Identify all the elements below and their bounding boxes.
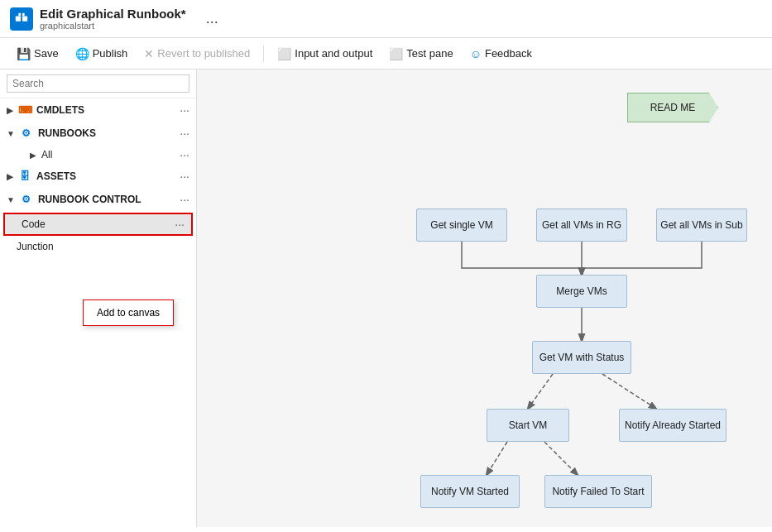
feedback-button[interactable]: ☺ Feedback — [463, 44, 539, 64]
svg-rect-1 — [22, 16, 27, 21]
save-button[interactable]: 💾 Save — [10, 44, 65, 64]
assets-more[interactable]: ··· — [180, 170, 189, 183]
page-title: Edit Graphical Runbook* — [40, 7, 186, 21]
revert-icon: ✕ — [144, 47, 154, 60]
all-more[interactable]: ··· — [180, 148, 189, 161]
sidebar-section-runbook-control: ▼ ⚙ RUNBOOK CONTROL ··· Code ··· Junctio… — [0, 188, 196, 256]
all-chevron: ▶ — [30, 151, 36, 160]
header-more-button[interactable]: ... — [206, 10, 218, 27]
runbooks-more[interactable]: ··· — [180, 127, 189, 140]
svg-rect-2 — [18, 12, 21, 16]
add-to-canvas-item[interactable]: Add to canvas — [84, 302, 173, 324]
runbooks-header[interactable]: ▼ ⚙ RUNBOOKS ··· — [0, 122, 196, 145]
runbooks-all-item[interactable]: ▶ All ··· — [0, 145, 196, 165]
assets-chevron: ▶ — [7, 172, 13, 181]
input-output-icon: ⬜ — [277, 47, 291, 60]
cmdlets-header[interactable]: ▶ ⌨ CMDLETS ··· — [0, 98, 196, 122]
merge-vms-node[interactable]: Merge VMs — [536, 275, 627, 308]
code-more[interactable]: ··· — [175, 218, 185, 231]
search-input[interactable] — [7, 74, 189, 93]
svg-rect-3 — [22, 12, 25, 16]
test-pane-button[interactable]: ⬜ Test pane — [382, 44, 459, 64]
readme-node[interactable]: READ ME — [627, 93, 718, 122]
header: Edit Graphical Runbook* graphicalstart .… — [0, 0, 772, 38]
sidebar-section-assets: ▶ 🗄 ASSETS ··· — [0, 165, 196, 188]
canvas-arrows — [197, 69, 772, 527]
feedback-icon: ☺ — [470, 47, 482, 60]
get-all-vms-sub-node[interactable]: Get all VMs in Sub — [656, 208, 747, 242]
runbook-control-label: RUNBOOK CONTROL — [38, 194, 141, 205]
save-icon: 💾 — [17, 47, 31, 60]
start-vm-node[interactable]: Start VM — [487, 409, 569, 442]
cmdlets-label: CMDLETS — [36, 104, 84, 116]
cmdlets-icon: ⌨ — [18, 103, 31, 117]
notify-vm-started-node[interactable]: Notify VM Started — [420, 475, 520, 508]
search-box[interactable] — [0, 69, 196, 98]
page-subtitle: graphicalstart — [40, 21, 186, 31]
runbooks-label: RUNBOOKS — [38, 127, 96, 139]
runbooks-icon: ⚙ — [20, 127, 33, 140]
notify-already-started-node[interactable]: Notify Already Started — [619, 409, 726, 442]
runbook-control-icon: ⚙ — [20, 193, 33, 206]
runbook-control-header[interactable]: ▼ ⚙ RUNBOOK CONTROL ··· — [0, 188, 196, 211]
publish-button[interactable]: 🌐 Publish — [69, 44, 135, 64]
notify-failed-start-node[interactable]: Notify Failed To Start — [544, 475, 652, 508]
toolbar: 💾 Save 🌐 Publish ✕ Revert to published ⬜… — [0, 38, 772, 69]
header-title-group: Edit Graphical Runbook* graphicalstart — [40, 7, 186, 31]
app-icon — [10, 7, 33, 31]
assets-header[interactable]: ▶ 🗄 ASSETS ··· — [0, 165, 196, 188]
assets-icon: 🗄 — [18, 170, 31, 183]
runbook-control-chevron: ▼ — [7, 195, 15, 204]
context-menu: Add to canvas — [83, 300, 174, 326]
assets-label: ASSETS — [36, 170, 76, 182]
cmdlets-more[interactable]: ··· — [180, 103, 189, 117]
get-vm-status-node[interactable]: Get VM with Status — [532, 341, 631, 374]
revert-button[interactable]: ✕ Revert to published — [137, 44, 257, 64]
main-layout: ▶ ⌨ CMDLETS ··· ▼ ⚙ RUNBOOKS ··· ▶ — [0, 69, 772, 527]
publish-icon: 🌐 — [75, 47, 89, 60]
canvas[interactable]: READ ME Get single VM Get all VMs in RG … — [197, 69, 772, 527]
svg-rect-0 — [16, 16, 21, 21]
get-single-vm-node[interactable]: Get single VM — [416, 208, 507, 242]
junction-item[interactable]: Junction — [0, 237, 196, 256]
sidebar-section-cmdlets: ▶ ⌨ CMDLETS ··· — [0, 98, 196, 122]
cmdlets-chevron: ▶ — [7, 106, 13, 115]
get-all-vms-rg-node[interactable]: Get all VMs in RG — [536, 208, 627, 242]
toolbar-separator-1 — [263, 46, 264, 62]
test-pane-icon: ⬜ — [389, 47, 403, 60]
input-output-button[interactable]: ⬜ Input and output — [271, 44, 379, 64]
code-item[interactable]: Code ··· — [3, 213, 193, 236]
sidebar: ▶ ⌨ CMDLETS ··· ▼ ⚙ RUNBOOKS ··· ▶ — [0, 69, 197, 527]
runbooks-chevron: ▼ — [7, 129, 15, 138]
runbook-control-more[interactable]: ··· — [180, 193, 189, 206]
sidebar-section-runbooks: ▼ ⚙ RUNBOOKS ··· ▶ All ··· — [0, 122, 196, 165]
